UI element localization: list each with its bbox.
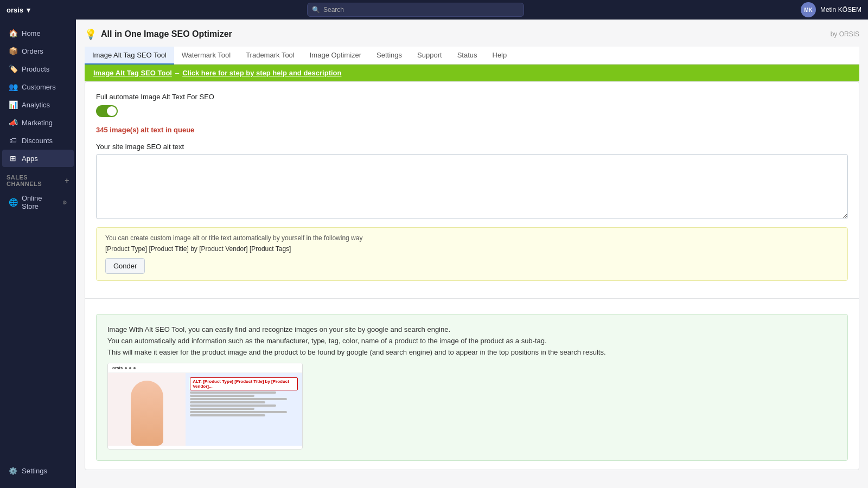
info-line3: This will make it easier for the product… xyxy=(107,348,837,356)
mockup-header: orsis xyxy=(108,363,302,373)
nav-dot3 xyxy=(133,367,136,369)
brand-name: orsis xyxy=(7,6,23,14)
by-label: by ORSIS xyxy=(831,30,859,38)
mockup-product-info: ALT: [Product Type] [Product Title] by [… xyxy=(186,373,302,446)
main-card: Full automate Image Alt Text For SEO 345… xyxy=(85,81,859,470)
search-bar[interactable]: 🔍 Search xyxy=(307,3,524,17)
info-line-3 xyxy=(190,398,287,400)
sales-channels-section: SALES CHANNELS + xyxy=(0,168,76,189)
sidebar-label-marketing: Marketing xyxy=(22,119,53,127)
tab-help[interactable]: Help xyxy=(485,47,515,65)
sidebar-item-products[interactable]: 🏷️ Products xyxy=(2,60,74,78)
sidebar-item-marketing[interactable]: 📣 Marketing xyxy=(2,114,74,131)
sidebar-label-online-store: Online Store xyxy=(22,194,58,210)
mockup-alt-title: ALT: [Product Type] [Product Title] by [… xyxy=(190,377,298,390)
bulb-icon: 💡 xyxy=(85,28,97,40)
sidebar-item-home[interactable]: 🏠 Home xyxy=(2,24,74,42)
products-icon: 🏷️ xyxy=(9,65,17,73)
online-store-icon: 🌐 xyxy=(9,198,17,207)
sidebar-label-products: Products xyxy=(22,65,49,73)
sidebar-item-discounts[interactable]: 🏷 Discounts xyxy=(2,132,74,149)
info-line-1 xyxy=(190,391,276,394)
avatar: MK xyxy=(801,2,816,17)
sidebar-label-apps: Apps xyxy=(22,155,38,163)
search-icon: 🔍 xyxy=(312,6,320,14)
topbar-user: MK Metin KÖSEM xyxy=(801,2,861,17)
helper-tags: [Product Type] [Product Title] by [Produ… xyxy=(105,245,839,253)
sidebar-item-analytics[interactable]: 📊 Analytics xyxy=(2,96,74,113)
main-content: 💡 All in One Image SEO Optimizer by ORSI… xyxy=(76,20,868,488)
tab-settings[interactable]: Settings xyxy=(369,47,410,65)
sidebar-label-settings: Settings xyxy=(22,467,47,475)
mockup-wrapper: orsis xyxy=(108,363,302,449)
info-section: Image With Alt SEO Tool, you can easily … xyxy=(85,305,859,470)
brand-area: orsis ▾ xyxy=(7,6,30,14)
divider xyxy=(85,298,859,299)
search-placeholder: Search xyxy=(323,6,344,14)
online-store-settings-icon[interactable]: ⚙ xyxy=(62,200,67,206)
sidebar-bottom: ⚙️ Settings xyxy=(0,463,76,479)
search-area: 🔍 Search xyxy=(307,3,524,17)
page-header: 💡 All in One Image SEO Optimizer by ORSI… xyxy=(85,28,859,40)
nav-dot2 xyxy=(129,367,131,369)
nav-dot1 xyxy=(125,367,127,369)
info-line-6 xyxy=(190,408,254,410)
info-line-8 xyxy=(190,414,265,416)
help-banner: Image Alt Tag SEO Tool – Click here for … xyxy=(85,65,859,81)
sidebar-label-discounts: Discounts xyxy=(22,137,53,145)
product-image-mockup: orsis xyxy=(107,363,303,450)
sidebar-item-orders[interactable]: 📦 Orders xyxy=(2,42,74,60)
home-icon: 🏠 xyxy=(9,29,17,37)
topbar: orsis ▾ 🔍 Search MK Metin KÖSEM xyxy=(0,0,868,20)
sidebar: 🏠 Home 📦 Orders 🏷️ Products 👥 Customers … xyxy=(0,20,76,488)
sales-channels-label: SALES CHANNELS xyxy=(7,174,65,187)
leg-shape xyxy=(131,381,163,446)
sidebar-item-online-store[interactable]: 🌐 Online Store ⚙ xyxy=(2,190,74,215)
mockup-product-img xyxy=(108,373,186,446)
orders-icon: 📦 xyxy=(9,47,17,55)
info-line-4 xyxy=(190,401,265,403)
sidebar-label-home: Home xyxy=(22,29,41,37)
analytics-icon: 📊 xyxy=(9,100,17,109)
mockup-logo: orsis xyxy=(112,365,123,370)
sales-channels-add[interactable]: + xyxy=(65,176,69,185)
sidebar-item-customers[interactable]: 👥 Customers xyxy=(2,78,74,95)
info-line-7 xyxy=(190,411,287,413)
sidebar-label-analytics: Analytics xyxy=(22,101,50,109)
mockup-body: ALT: [Product Type] [Product Title] by [… xyxy=(108,373,302,446)
product-mockup: orsis xyxy=(108,363,302,449)
tab-trademark[interactable]: Trademark Tool xyxy=(238,47,302,65)
brand-chevron[interactable]: ▾ xyxy=(27,6,30,14)
info-line1: Image With Alt SEO Tool, you can easily … xyxy=(107,325,837,333)
tab-status[interactable]: Status xyxy=(450,47,485,65)
toggle-label: Full automate Image Alt Text For SEO xyxy=(96,93,848,101)
toggle-section: Full automate Image Alt Text For SEO xyxy=(96,93,848,117)
seo-alt-textarea[interactable] xyxy=(96,154,848,219)
sidebar-item-settings[interactable]: ⚙️ Settings xyxy=(2,463,74,479)
tab-support[interactable]: Support xyxy=(410,47,450,65)
tab-optimizer[interactable]: Image Optimizer xyxy=(302,47,369,65)
customers-icon: 👥 xyxy=(9,82,17,91)
banner-help-link[interactable]: Click here for step by step help and des… xyxy=(182,69,341,77)
user-name: Metin KÖSEM xyxy=(820,6,861,14)
automate-toggle[interactable] xyxy=(96,105,118,117)
info-card: Image With Alt SEO Tool, you can easily … xyxy=(96,314,848,461)
discounts-icon: 🏷 xyxy=(9,136,17,145)
page-title: All in One Image SEO Optimizer xyxy=(101,29,232,39)
sidebar-label-orders: Orders xyxy=(22,47,43,55)
info-line-2 xyxy=(190,395,254,397)
marketing-icon: 📣 xyxy=(9,118,17,127)
sidebar-item-apps[interactable]: ⊞ Apps xyxy=(2,150,74,167)
banner-dash: – xyxy=(175,69,179,77)
apps-icon: ⊞ xyxy=(9,154,17,163)
banner-tool-link[interactable]: Image Alt Tag SEO Tool xyxy=(93,69,172,77)
queue-text: 345 image(s) alt text in queue xyxy=(96,126,848,134)
sidebar-label-customers: Customers xyxy=(22,83,56,91)
gonder-button[interactable]: Gonder xyxy=(105,258,145,274)
helper-text: You can create custom image alt or title… xyxy=(105,234,839,242)
content-inner: Full automate Image Alt Text For SEO 345… xyxy=(85,82,859,292)
helper-section: You can create custom image alt or title… xyxy=(96,227,848,281)
tab-alt-tag[interactable]: Image Alt Tag SEO Tool xyxy=(85,47,174,65)
tab-watermark[interactable]: Watermark Tool xyxy=(174,47,238,65)
seo-alt-label: Your site image SEO alt text xyxy=(96,143,848,151)
